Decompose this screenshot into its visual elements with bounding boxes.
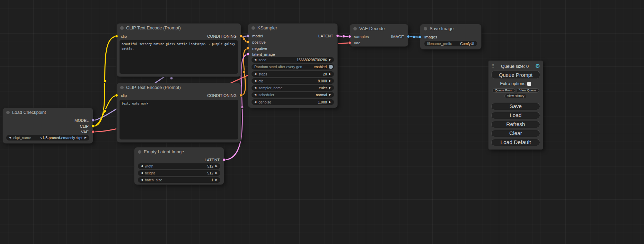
widget-height[interactable]: ◀ height 512 ▶ — [138, 170, 220, 176]
decrement-arrow-icon[interactable]: ◀ — [254, 93, 256, 96]
latent-image-input-pin[interactable] — [246, 53, 249, 56]
collapse-dot-icon[interactable] — [353, 27, 357, 30]
widget-sampler-name[interactable]: ◀ sampler_name euler ▶ — [252, 85, 334, 91]
prompt-textarea[interactable]: text, watermark — [120, 100, 238, 139]
vae-input-pin[interactable] — [348, 41, 351, 44]
widget-seed[interactable]: ◀ seed 156680208700286 ▶ — [252, 57, 334, 63]
node-vae-decode[interactable]: VAE Decode samples IMAGE vae — [350, 24, 408, 46]
collapse-dot-icon[interactable] — [120, 26, 124, 30]
widget-batch-size[interactable]: ◀ batch_size 1 ▶ — [138, 177, 220, 183]
increment-arrow-icon[interactable]: ▶ — [329, 58, 331, 61]
decrement-arrow-icon[interactable]: ◀ — [141, 165, 143, 168]
widget-ckpt-name[interactable]: ◀ ckpt_name v1-5-pruned-emaonly.ckpt ▶ — [6, 135, 89, 141]
output-slot-conditioning: CONDITIONING — [117, 93, 241, 98]
model-output-pin[interactable] — [91, 119, 95, 122]
view-history-button[interactable]: View History — [504, 94, 527, 98]
link-midpoint-dot[interactable] — [243, 71, 246, 73]
image-output-pin[interactable] — [407, 35, 410, 38]
load-default-button[interactable]: Load Default — [491, 139, 540, 146]
collapse-dot-icon[interactable] — [120, 86, 124, 89]
graph-canvas[interactable]: Load Checkpoint MODEL CLIP VAE ◀ ckpt_na… — [0, 0, 644, 244]
widget-denoise[interactable]: ◀ denoise 1.000 ▶ — [252, 99, 334, 105]
conditioning-output-pin[interactable] — [239, 35, 242, 38]
collapse-dot-icon[interactable] — [6, 111, 10, 114]
link-midpoint-dot[interactable] — [342, 35, 345, 38]
node-save-image[interactable]: Save Image images filename_prefix ComfyU… — [420, 24, 481, 49]
widget-label: cfg — [258, 79, 316, 83]
toggle-knob-icon[interactable] — [329, 65, 333, 69]
node-header[interactable]: KSampler — [248, 24, 337, 32]
queue-front-button[interactable]: Queue Front — [492, 88, 515, 93]
link-midpoint-dot[interactable] — [413, 35, 415, 38]
node-header[interactable]: VAE Decode — [350, 24, 408, 33]
prompt-textarea[interactable]: beautiful scenery nature glass bottle la… — [120, 40, 238, 74]
clip-output-pin[interactable] — [91, 125, 95, 128]
vae-output-pin[interactable] — [91, 130, 95, 133]
node-clip-text-encode-positive[interactable]: CLIP Text Encode (Prompt) clip CONDITION… — [117, 24, 241, 76]
widget-label: sampler_name — [258, 86, 317, 90]
refresh-button[interactable]: Refresh — [491, 121, 540, 128]
widget-filename-prefix[interactable]: filename_prefix ComfyUI — [424, 41, 477, 46]
node-header[interactable]: Empty Latent Image — [134, 147, 224, 156]
widget-random-seed-toggle[interactable]: Random seed after every gen enabled — [252, 64, 334, 70]
increment-arrow-icon[interactable]: ▶ — [329, 80, 331, 82]
node-title: Empty Latent Image — [144, 149, 184, 154]
negative-input-pin[interactable] — [246, 47, 249, 50]
increment-arrow-icon[interactable]: ▶ — [329, 101, 331, 103]
latent-output-pin[interactable] — [336, 34, 339, 37]
widget-width[interactable]: ◀ width 512 ▶ — [138, 163, 220, 169]
node-ksampler[interactable]: KSampler model LATENT positive negative … — [248, 24, 337, 108]
clear-button[interactable]: Clear — [491, 130, 540, 137]
decrement-arrow-icon[interactable]: ◀ — [254, 80, 256, 82]
decrement-arrow-icon[interactable]: ◀ — [254, 58, 256, 61]
extra-options-checkbox[interactable] — [527, 82, 531, 86]
increment-arrow-icon[interactable]: ▶ — [215, 172, 218, 174]
widget-label: ckpt_name — [13, 136, 38, 140]
settings-gear-icon[interactable]: ⚙ — [535, 63, 540, 69]
decrement-arrow-icon[interactable]: ◀ — [141, 179, 143, 181]
widget-scheduler[interactable]: ◀ scheduler normal ▶ — [252, 92, 334, 98]
node-empty-latent-image[interactable]: Empty Latent Image LATENT ◀ width 512 ▶ … — [134, 147, 224, 184]
decrement-arrow-icon[interactable]: ◀ — [254, 87, 256, 89]
images-input-pin[interactable] — [418, 35, 422, 38]
link-midpoint-dot[interactable] — [170, 77, 173, 80]
link-midpoint-dot[interactable] — [243, 38, 246, 40]
node-header[interactable]: Save Image — [420, 24, 481, 33]
decrement-arrow-icon[interactable]: ◀ — [9, 136, 11, 139]
load-button[interactable]: Load — [491, 112, 540, 119]
link-midpoint-dot[interactable] — [104, 80, 106, 83]
save-button[interactable]: Save — [491, 103, 540, 110]
node-load-checkpoint[interactable]: Load Checkpoint MODEL CLIP VAE ◀ ckpt_na… — [3, 108, 93, 143]
increment-arrow-icon[interactable]: ▶ — [329, 73, 331, 75]
decrement-arrow-icon[interactable]: ◀ — [141, 172, 143, 174]
node-header[interactable]: Load Checkpoint — [3, 108, 93, 117]
increment-arrow-icon[interactable]: ▶ — [85, 136, 87, 139]
view-queue-button[interactable]: View Queue — [517, 88, 539, 93]
conditioning-output-pin[interactable] — [239, 94, 242, 97]
decrement-arrow-icon[interactable]: ◀ — [254, 73, 256, 75]
node-header[interactable]: CLIP Text Encode (Prompt) — [117, 24, 241, 32]
collapse-dot-icon[interactable] — [252, 26, 255, 30]
widget-steps[interactable]: ◀ steps 20 ▶ — [252, 71, 334, 77]
increment-arrow-icon[interactable]: ▶ — [215, 165, 218, 168]
node-clip-text-encode-negative[interactable]: CLIP Text Encode (Prompt) clip CONDITION… — [117, 83, 241, 142]
increment-arrow-icon[interactable]: ▶ — [329, 87, 331, 89]
extra-options-row: Extra options — [491, 81, 540, 87]
widget-value: enabled — [314, 65, 327, 69]
output-slot-image: IMAGE — [350, 34, 408, 39]
increment-arrow-icon[interactable]: ▶ — [329, 93, 331, 96]
collapse-dot-icon[interactable] — [138, 150, 141, 154]
link-midpoint-dot[interactable] — [104, 109, 106, 112]
link-midpoint-dot[interactable] — [241, 106, 244, 109]
output-slot-latent: LATENT — [248, 34, 337, 38]
slot-label: LATENT — [318, 34, 333, 38]
node-header[interactable]: CLIP Text Encode (Prompt) — [117, 83, 241, 92]
collapse-dot-icon[interactable] — [424, 27, 427, 30]
increment-arrow-icon[interactable]: ▶ — [215, 179, 218, 181]
latent-output-pin[interactable] — [222, 158, 226, 161]
widget-cfg[interactable]: ◀ cfg 8.000 ▶ — [252, 78, 334, 84]
drag-handle-icon[interactable]: ⠿ — [491, 64, 495, 69]
queue-prompt-button[interactable]: Queue Prompt — [491, 71, 540, 79]
decrement-arrow-icon[interactable]: ◀ — [254, 101, 256, 103]
positive-input-pin[interactable] — [246, 40, 249, 44]
